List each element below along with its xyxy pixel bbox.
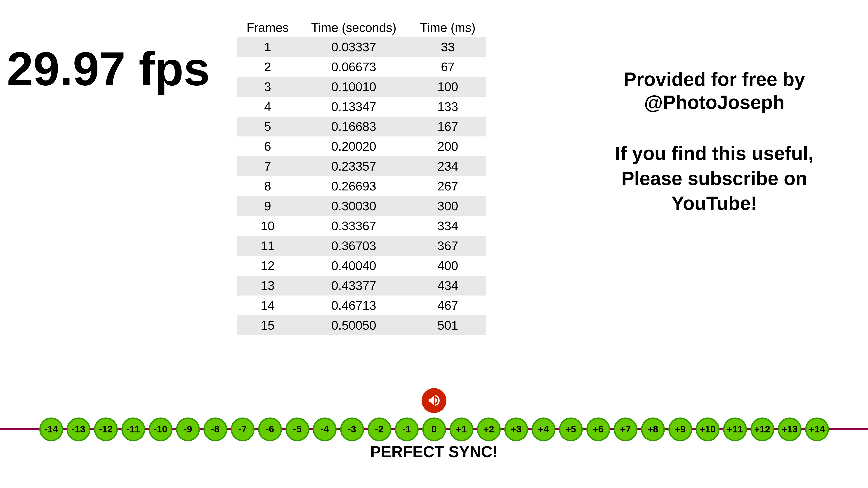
cell-frame: 6 — [237, 136, 298, 156]
cell-seconds: 0.43377 — [298, 275, 410, 295]
dot-item: +11 — [723, 418, 747, 441]
dot-item: +14 — [805, 418, 829, 441]
cell-seconds: 0.16683 — [298, 117, 410, 136]
cell-frame: 3 — [237, 77, 298, 97]
dot-item: -3 — [340, 418, 364, 441]
table-row: 120.40040400 — [237, 256, 486, 275]
dot-circle: +9 — [669, 418, 692, 441]
cell-frame: 1 — [237, 37, 298, 57]
table-row: 100.33367334 — [237, 216, 486, 236]
cell-frame: 2 — [237, 57, 298, 77]
dot-circle: -1 — [395, 418, 418, 441]
cell-frame: 11 — [237, 236, 298, 256]
dot-circle: +4 — [532, 418, 555, 441]
col-header-frames: Frames — [237, 18, 298, 37]
cell-ms: 300 — [410, 196, 486, 216]
dot-circle: +1 — [450, 418, 473, 441]
dot-item: +13 — [778, 418, 802, 441]
cell-seconds: 0.50050 — [298, 315, 410, 335]
dot-item: +2 — [477, 418, 501, 441]
cell-ms: 501 — [410, 315, 486, 335]
cell-ms: 234 — [410, 156, 486, 176]
dot-item: +4 — [532, 418, 555, 441]
table-row: 80.26693267 — [237, 176, 486, 196]
table-row: 60.20020200 — [237, 136, 486, 156]
dot-item: -9 — [176, 418, 200, 441]
table-row: 20.0667367 — [237, 57, 486, 77]
dot-item: +12 — [750, 418, 774, 441]
cell-ms: 33 — [410, 37, 486, 57]
table-row: 40.13347133 — [237, 97, 486, 117]
cell-frame: 7 — [237, 156, 298, 176]
dot-circle: +5 — [559, 418, 583, 441]
perfect-sync-label: PERFECT SYNC! — [370, 443, 498, 461]
dot-circle: -10 — [149, 418, 173, 441]
dot-item: +6 — [586, 418, 610, 441]
dot-circle: -13 — [67, 418, 90, 441]
subscribe-text: If you find this useful, Please subscrib… — [579, 141, 850, 216]
provided-text: Provided for free by @PhotoJoseph — [579, 68, 850, 114]
dot-circle: +6 — [586, 418, 610, 441]
dot-circle: -7 — [231, 418, 254, 441]
table-row: 10.0333733 — [237, 37, 486, 57]
cell-frame: 4 — [237, 97, 298, 117]
cell-seconds: 0.30030 — [298, 196, 410, 216]
dot-item: +5 — [559, 418, 583, 441]
sync-strip: -14-13-12-11-10-9-8-7-6-5-4-3-2-1 0+1+2+… — [0, 420, 868, 438]
dot-circle: +10 — [696, 418, 719, 441]
cell-ms: 467 — [410, 295, 486, 315]
dot-circle: +3 — [504, 418, 528, 441]
dot-item: +3 — [504, 418, 528, 441]
dot-circle: -6 — [258, 418, 282, 441]
dot-item: +8 — [641, 418, 665, 441]
dot-circle: +14 — [805, 418, 829, 441]
cell-frame: 14 — [237, 295, 298, 315]
dot-item: -2 — [368, 418, 391, 441]
cell-seconds: 0.33367 — [298, 216, 410, 236]
dot-circle: +8 — [641, 418, 665, 441]
table-row: 130.43377434 — [237, 275, 486, 295]
dot-item: -12 — [94, 418, 118, 441]
dot-item: +9 — [669, 418, 692, 441]
dot-circle: +2 — [477, 418, 501, 441]
cell-frame: 15 — [237, 315, 298, 335]
dot-circle: +13 — [778, 418, 802, 441]
dot-circle: -2 — [368, 418, 391, 441]
col-header-ms: Time (ms) — [410, 18, 486, 37]
dot-circle: +7 — [614, 418, 638, 441]
cell-seconds: 0.36703 — [298, 236, 410, 256]
cell-frame: 10 — [237, 216, 298, 236]
cell-ms: 334 — [410, 216, 486, 236]
dot-item: -13 — [67, 418, 90, 441]
dot-item: -14 — [39, 418, 63, 441]
dot-circle: -5 — [285, 418, 309, 441]
cell-ms: 434 — [410, 275, 486, 295]
sync-line: -14-13-12-11-10-9-8-7-6-5-4-3-2-1 0+1+2+… — [0, 420, 868, 438]
dot-item: +7 — [614, 418, 638, 441]
dot-circle: -12 — [94, 418, 118, 441]
dot-circle: -4 — [313, 418, 337, 441]
dot-circle: -11 — [121, 418, 145, 441]
dot-item: -4 — [313, 418, 337, 441]
frames-table: Frames Time (seconds) Time (ms) 10.03337… — [237, 18, 486, 335]
dot-circle: +11 — [723, 418, 747, 441]
cell-ms: 67 — [410, 57, 486, 77]
cell-ms: 133 — [410, 97, 486, 117]
cell-ms: 400 — [410, 256, 486, 275]
dot-item: +1 — [450, 418, 473, 441]
right-panel: Provided for free by @PhotoJoseph If you… — [579, 68, 850, 216]
dot-item: +10 — [696, 418, 719, 441]
table-row: 150.50050501 — [237, 315, 486, 335]
cell-seconds: 0.46713 — [298, 295, 410, 315]
table-row: 30.10010100 — [237, 77, 486, 97]
cell-seconds: 0.06673 — [298, 57, 410, 77]
cell-frame: 8 — [237, 176, 298, 196]
cell-seconds: 0.26693 — [298, 176, 410, 196]
dot-item: -5 — [285, 418, 309, 441]
cell-seconds: 0.13347 — [298, 97, 410, 117]
table-row: 90.30030300 — [237, 196, 486, 216]
cell-seconds: 0.40040 — [298, 256, 410, 275]
cell-seconds: 0.10010 — [298, 77, 410, 97]
cell-frame: 9 — [237, 196, 298, 216]
dot-item: -7 — [231, 418, 254, 441]
